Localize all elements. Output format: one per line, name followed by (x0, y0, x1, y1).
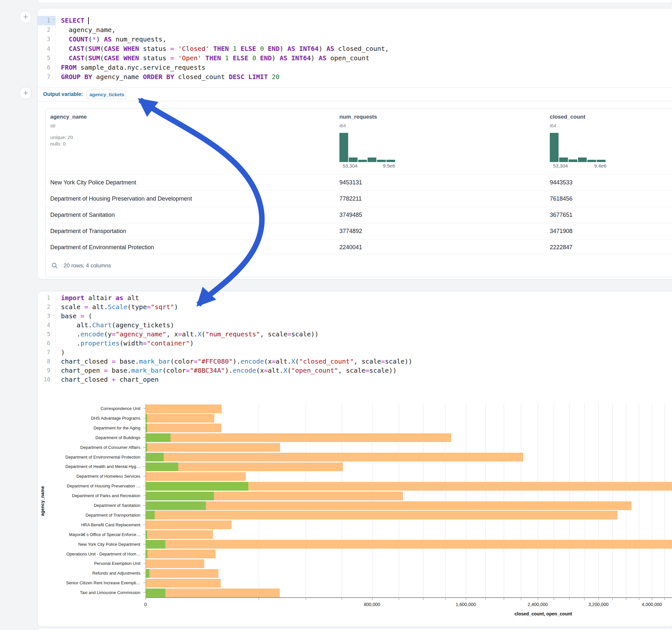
open-count-bar[interactable] (146, 443, 147, 452)
table-row[interactable]: Department of Environmental Protection22… (46, 239, 672, 256)
code-line[interactable]: 6FROM sample_data.nyc.service_requests (38, 63, 672, 72)
gridline (372, 404, 373, 597)
gridline (538, 404, 538, 597)
closed-count-bar[interactable] (146, 511, 618, 519)
search-icon[interactable] (51, 263, 58, 269)
x-tick-label: 0 (144, 602, 147, 607)
add-cell-button-top[interactable]: + (20, 11, 32, 23)
closed-count-bar[interactable] (146, 569, 218, 578)
open-count-bar[interactable] (146, 453, 164, 461)
python-code-editor[interactable]: 1import altair as alt2scale = alt.Scale(… (38, 293, 672, 384)
code-line[interactable]: 4 alt.Chart(agency_tickets) (38, 320, 672, 330)
fold-chevron-icon[interactable]: ⌄ (52, 17, 55, 20)
closed-count-bar[interactable] (146, 579, 221, 587)
column-title: num_requests (339, 114, 377, 120)
y-category-label: HRA Benefit Card Replacement (81, 523, 140, 527)
histogram-bar (597, 160, 605, 162)
open-count-bar[interactable] (146, 414, 147, 422)
open-count-bar[interactable] (146, 569, 149, 578)
code-line[interactable]: 9chart_open = base.mark_bar(color="#8BC3… (38, 366, 672, 375)
y-category-label: Correspondence Unit (100, 406, 140, 411)
code-line[interactable]: 1⌄SELECT (38, 16, 672, 25)
column-header-closed-count[interactable]: closed_count i64 (550, 114, 585, 128)
next-cell-edge (37, 628, 672, 630)
code-line[interactable]: 1import altair as alt (38, 293, 672, 302)
closed-count-bar[interactable] (146, 443, 280, 452)
fold-chevron-icon[interactable]: ⌄ (52, 312, 55, 316)
closed-count-bar[interactable] (146, 559, 204, 568)
closed-count-bar[interactable] (146, 433, 451, 442)
open-count-bar[interactable] (146, 550, 147, 558)
code-line[interactable]: 7) (38, 348, 672, 357)
table-row[interactable]: Department of Sanitation37494853677651 (46, 207, 672, 223)
closed-count-bar[interactable] (146, 414, 214, 422)
line-number: 1⌄ (38, 16, 56, 25)
line-number: 7 (38, 348, 56, 357)
hist-min-label: 53,304 (343, 163, 358, 169)
code-line[interactable]: 5 CAST(SUM(CASE WHEN status = 'Open' THE… (38, 53, 672, 63)
open-count-bar[interactable] (146, 530, 147, 539)
closed-count-bar[interactable] (146, 520, 232, 529)
column-header-num-requests[interactable]: num_requests i64 (339, 114, 377, 128)
table-cell: New York City Police Department (50, 175, 136, 191)
code-line[interactable]: 5 .encode(y="agency_name", x=alt.X("num_… (38, 330, 672, 339)
y-axis-tick (143, 573, 146, 573)
code-text: CAST(SUM(CASE WHEN status = 'Open' THEN … (56, 53, 369, 63)
closed-count-bar[interactable] (146, 501, 631, 510)
closed-count-bar[interactable] (146, 540, 672, 549)
code-line[interactable]: 2 agency_name, (38, 25, 672, 35)
table-row[interactable]: New York City Police Department945313194… (46, 174, 672, 191)
histogram-bar (349, 158, 358, 162)
closed-count-bar[interactable] (146, 405, 222, 413)
y-category-label: Department of Housing Preservation … (67, 484, 140, 488)
code-line[interactable]: 3 COUNT(*) AS num_requests, (38, 35, 672, 44)
table-cell: 7618456 (550, 191, 573, 207)
closed-count-bar[interactable] (146, 530, 213, 539)
line-number: 1 (38, 293, 56, 302)
open-count-bar[interactable] (146, 462, 178, 471)
output-variable-label: Output variable: (43, 91, 83, 97)
closed-count-bar[interactable] (146, 423, 221, 432)
open-count-bar[interactable] (146, 423, 147, 432)
code-line[interactable]: 3⌄base = ( (38, 311, 672, 320)
closed-count-bar[interactable] (146, 472, 246, 481)
column-header-agency-name[interactable]: agency_name str unique: 20 nulls: 0 (50, 114, 87, 147)
histogram-bar (386, 160, 395, 162)
open-count-bar[interactable] (146, 588, 165, 597)
add-cell-button-output[interactable]: + (20, 87, 32, 99)
x-tick-label: 2,400,000 (528, 602, 548, 607)
code-line[interactable]: 8chart_closed = base.mark_bar(color="#FF… (38, 357, 672, 366)
axis-tick (598, 598, 599, 600)
open-count-bar[interactable] (146, 482, 248, 491)
open-count-bar[interactable] (146, 511, 154, 519)
closed-count-bar[interactable] (146, 453, 523, 461)
table-cell: Department of Housing Preservation and D… (50, 191, 192, 207)
open-count-bar[interactable] (146, 492, 214, 500)
axis-tick (259, 598, 259, 600)
open-count-bar[interactable] (146, 433, 170, 442)
open-count-bar[interactable] (146, 501, 206, 510)
line-number: 10 (38, 375, 56, 384)
code-line[interactable]: 10chart_closed + chart_open (38, 375, 672, 384)
code-line[interactable]: 2scale = alt.Scale(type="sqrt") (38, 302, 672, 311)
code-line[interactable]: 7GROUP BY agency_name ORDER BY closed_co… (38, 72, 672, 82)
axis-tick (306, 598, 306, 600)
closed-count-bar[interactable] (146, 550, 216, 558)
output-variable-pill[interactable]: agency_tickets (87, 90, 126, 99)
table-cell: Department of Sanitation (50, 207, 115, 223)
line-number: 6 (38, 339, 56, 348)
closed-count-bar[interactable] (146, 588, 280, 597)
code-line[interactable]: 6 .properties(width="container") (38, 339, 672, 348)
x-axis-line (146, 597, 672, 598)
open-count-bar[interactable] (146, 540, 165, 549)
table-row[interactable]: Department of Transportation377489234719… (46, 223, 672, 239)
row-count-label: 20 rows, 4 columns (64, 263, 111, 269)
sql-code-editor[interactable]: 1⌄SELECT 2 agency_name,3 COUNT(*) AS num… (38, 16, 672, 82)
code-text: base = ( (56, 311, 92, 320)
code-line[interactable]: 4 CAST(SUM(CASE WHEN status = 'Closed' T… (38, 44, 672, 53)
axis-tick (569, 598, 570, 600)
axis-tick (423, 598, 423, 600)
y-category-label: Department of Health and Mental Hyg… (66, 464, 140, 469)
line-number: 5 (38, 330, 56, 339)
table-row[interactable]: Department of Housing Preservation and D… (46, 191, 672, 207)
